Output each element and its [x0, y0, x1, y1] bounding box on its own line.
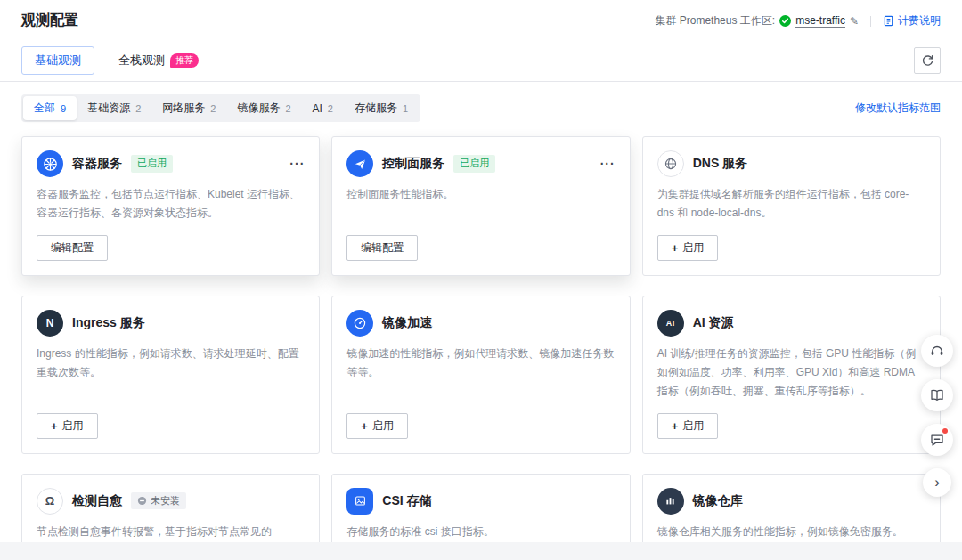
filter-count: 1	[403, 103, 408, 114]
card-description: 容器服务监控，包括节点运行指标、Kubelet 运行指标、容器运行指标、各资源对…	[37, 185, 305, 223]
expand-icon: ›	[934, 476, 940, 490]
tab-full-stack-observation[interactable]: 全栈观测推荐	[105, 46, 212, 75]
workspace-info: 集群 Prometheus 工作区: mse-traffic ✎ 计费说明	[655, 13, 941, 28]
support-button[interactable]	[921, 335, 953, 367]
card-title: 镜像加速	[382, 315, 432, 331]
image-accel-icon	[346, 310, 373, 337]
card-header: 容器服务已启用···	[37, 150, 305, 177]
card-header: CSI 存储	[346, 488, 615, 515]
floating-action-buttons: ›	[921, 335, 953, 497]
card-header: Ω检测自愈未安装	[37, 488, 305, 515]
workspace-label: 集群 Prometheus 工作区:	[655, 13, 775, 28]
service-card: DNS 服务为集群提供域名解析服务的组件运行指标，包括 core-dns 和 n…	[642, 136, 941, 276]
top-bar: 观测配置 集群 Prometheus 工作区: mse-traffic ✎ 计费…	[0, 0, 962, 40]
card-action-label: 启用	[682, 418, 704, 434]
status-badge-label: 已启用	[460, 157, 489, 170]
filter-all[interactable]: 全部9	[23, 96, 77, 120]
tab-label: 全栈观测	[118, 53, 165, 69]
card-header: DNS 服务	[657, 150, 925, 177]
filter-label: 存储服务	[355, 101, 397, 116]
page-bottom-band	[0, 542, 962, 560]
status-badge: 已启用	[131, 155, 173, 172]
card-title: 容器服务	[72, 156, 122, 172]
card-title: DNS 服务	[693, 156, 747, 172]
self-healing-icon: Ω	[37, 488, 63, 515]
category-filter-group: 全部9基础资源2网络服务2镜像服务2AI2存储服务1	[21, 94, 420, 122]
filter-count: 2	[210, 103, 216, 114]
status-badge-label: 已启用	[137, 157, 167, 170]
billing-link-label: 计费说明	[898, 13, 941, 28]
workspace-status-check-icon	[779, 15, 791, 27]
card-action-button[interactable]: +启用	[657, 413, 719, 439]
notification-dot	[942, 428, 948, 434]
service-card: 控制面服务已启用···控制面服务性能指标。编辑配置	[331, 136, 630, 276]
tab-bar: 基础观测全栈观测推荐	[0, 40, 962, 82]
control-plane-icon	[346, 150, 373, 177]
filter-label: 镜像服务	[237, 101, 280, 116]
status-badge-label: 未安装	[151, 494, 180, 507]
docs-icon	[929, 387, 945, 403]
feedback-button[interactable]	[921, 424, 953, 456]
card-title: CSI 存储	[382, 493, 431, 509]
filter-label: 全部	[34, 101, 55, 116]
service-card: 镜像加速镜像加速的性能指标，例如代理请求数、镜像加速任务数等等。+启用	[331, 296, 630, 454]
modify-default-metrics-link[interactable]: 修改默认指标范围	[855, 101, 941, 116]
filter-row: 全部9基础资源2网络服务2镜像服务2AI2存储服务1 修改默认指标范围	[21, 94, 941, 122]
card-description: 为集群提供域名解析服务的组件运行指标，包括 core-dns 和 node-lo…	[657, 185, 925, 223]
card-action-label: 编辑配置	[361, 240, 404, 256]
feedback-icon	[929, 432, 945, 448]
ai-icon: AI	[657, 310, 684, 337]
service-card: 容器服务已启用···容器服务监控，包括节点运行指标、Kubelet 运行指标、容…	[21, 136, 320, 276]
more-menu-icon[interactable]: ···	[600, 158, 616, 170]
vertical-divider	[870, 16, 871, 27]
filter-storage-services[interactable]: 存储服务1	[344, 96, 419, 120]
card-action-button[interactable]: 编辑配置	[346, 235, 418, 261]
card-action-label: 启用	[62, 418, 84, 434]
expand-button[interactable]: ›	[923, 468, 951, 497]
tab-label: 基础观测	[35, 53, 81, 69]
filter-count: 9	[61, 103, 66, 114]
main-content: 全部9基础资源2网络服务2镜像服务2AI2存储服务1 修改默认指标范围 容器服务…	[0, 82, 962, 560]
card-action-button[interactable]: +启用	[37, 413, 98, 439]
not-installed-icon	[137, 496, 147, 506]
registry-icon	[657, 488, 684, 515]
card-description: Ingress 的性能指标，例如请求数、请求处理延时、配置重载次数等。	[37, 345, 305, 402]
recommended-badge: 推荐	[170, 53, 199, 68]
card-action-button[interactable]: 编辑配置	[37, 235, 108, 261]
docs-button[interactable]	[921, 379, 953, 411]
card-action-button[interactable]: +启用	[346, 413, 408, 439]
status-badge: 未安装	[131, 492, 186, 509]
card-title: AI 资源	[693, 315, 734, 331]
card-header: NIngress 服务	[37, 310, 305, 337]
nginx-icon: N	[37, 310, 63, 337]
filter-count: 2	[135, 103, 141, 114]
dns-icon	[657, 150, 684, 177]
more-menu-icon[interactable]: ···	[289, 158, 305, 170]
refresh-button[interactable]	[914, 47, 941, 74]
tabs: 基础观测全栈观测推荐	[21, 40, 212, 81]
tab-basic-observation[interactable]: 基础观测	[21, 46, 94, 75]
plus-icon: +	[51, 420, 58, 432]
filter-label: AI	[313, 102, 322, 115]
service-card: NIngress 服务Ingress 的性能指标，例如请求数、请求处理延时、配置…	[21, 296, 320, 454]
card-header: AIAI 资源	[657, 310, 925, 337]
card-title: Ingress 服务	[72, 315, 145, 331]
card-description: 镜像加速的性能指标，例如代理请求数、镜像加速任务数等等。	[346, 345, 615, 402]
filter-network-services[interactable]: 网络服务2	[151, 96, 226, 120]
edit-workspace-icon[interactable]: ✎	[850, 15, 859, 28]
filter-count: 2	[285, 103, 290, 114]
filter-label: 网络服务	[162, 101, 205, 116]
card-header: 控制面服务已启用···	[346, 150, 615, 177]
card-action-button[interactable]: +启用	[657, 235, 719, 261]
billing-link[interactable]: 计费说明	[883, 13, 941, 28]
workspace-name-link[interactable]: mse-traffic	[795, 14, 845, 28]
filter-image-services[interactable]: 镜像服务2	[226, 96, 301, 120]
plus-icon: +	[672, 242, 679, 254]
filter-ai[interactable]: AI2	[302, 96, 344, 120]
filter-basic-resources[interactable]: 基础资源2	[77, 96, 151, 120]
card-action-label: 编辑配置	[51, 240, 94, 256]
card-title: 控制面服务	[382, 156, 444, 172]
billing-doc-icon	[883, 15, 894, 27]
page-title: 观测配置	[21, 12, 78, 30]
card-action-label: 启用	[372, 418, 394, 434]
